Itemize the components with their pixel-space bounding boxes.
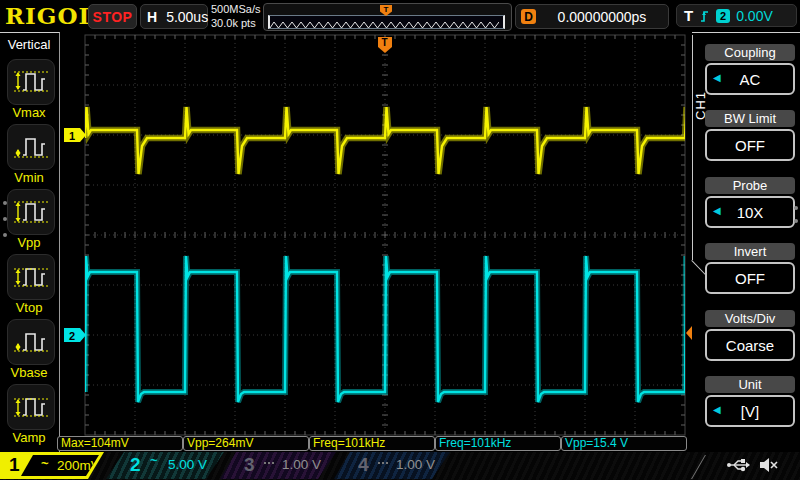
channel-4-scale: 1.00 V bbox=[396, 457, 435, 472]
voltsdiv-value: Coarse bbox=[726, 337, 774, 354]
trigger-position-marker[interactable]: T bbox=[378, 37, 392, 53]
vmax-label: Vmax bbox=[0, 105, 58, 120]
waveform-display: 12TT bbox=[60, 32, 692, 452]
measurement-slot[interactable]: Freq=101kHz bbox=[435, 436, 561, 451]
channel-4-status[interactable]: 4 1.00 V bbox=[334, 452, 450, 479]
menu-page-dot bbox=[794, 219, 798, 223]
ac-coupling-icon: ~ bbox=[150, 453, 158, 468]
vtop-label: Vtop bbox=[0, 300, 58, 315]
svg-text:1: 1 bbox=[69, 130, 75, 142]
ch2-ground-marker[interactable]: 2 bbox=[64, 328, 86, 342]
vbase-icon bbox=[12, 325, 50, 359]
oscilloscope-screen: RIGOL STOP H 5.00us 500MSa/s 30.0k pts T… bbox=[0, 0, 800, 480]
channel-1-scale: 200mV bbox=[57, 458, 100, 473]
memory-depth: 30.0k pts bbox=[211, 16, 261, 30]
vbase-label: Vbase bbox=[0, 365, 58, 380]
channel-2-status[interactable]: 2 ~ 5.00 V bbox=[106, 452, 224, 479]
usb-icon bbox=[726, 458, 750, 472]
probe-value: 10X bbox=[737, 204, 764, 221]
h-scale-value: 5.00us bbox=[166, 9, 208, 25]
delay-value: 0.00000000ps bbox=[536, 9, 668, 25]
vertical-measure-sidebar: Vertical Vmax Vmin Vpp Vtop Vbase Vamp bbox=[0, 32, 60, 452]
measurement-slot[interactable]: Max=104mV bbox=[57, 436, 183, 451]
delay-box[interactable]: D 0.00000000ps bbox=[515, 4, 669, 29]
run-stop-status[interactable]: STOP bbox=[88, 4, 137, 29]
sidebar-page-dot bbox=[3, 217, 7, 221]
measure-button-vamp[interactable] bbox=[7, 384, 55, 430]
delay-badge: D bbox=[521, 9, 536, 24]
measure-button-vtop[interactable] bbox=[7, 254, 55, 300]
sample-rate: 500MSa/s bbox=[211, 2, 261, 16]
horizontal-scale-box[interactable]: H 5.00us bbox=[140, 4, 208, 29]
bwlimit-value: OFF bbox=[735, 137, 765, 154]
menu-item-invert[interactable]: Invert ◀ OFF bbox=[705, 243, 795, 294]
sidebar-title: Vertical bbox=[0, 37, 58, 52]
channel-3-number: 3 bbox=[244, 454, 255, 476]
channel-1-number: 1 bbox=[9, 454, 20, 476]
channel-3-scale: 1.00 V bbox=[282, 457, 321, 472]
svg-text:T: T bbox=[382, 37, 388, 48]
left-arrow-icon: ◀ bbox=[713, 404, 721, 415]
trigger-source-badge: 2 bbox=[716, 9, 730, 23]
channel-status-bar: 1 ~ 200mV 2 ~ 5.00 V 3 1.00 V 4 1.00 V bbox=[0, 452, 800, 480]
waveform-preview-bar[interactable]: T bbox=[263, 3, 512, 31]
menu-item-bwlimit[interactable]: BW Limit ◀ OFF bbox=[705, 110, 795, 161]
measure-button-vbase[interactable] bbox=[7, 319, 55, 365]
measurement-slot[interactable]: Vpp=15.4 V bbox=[561, 436, 687, 451]
svg-text:2: 2 bbox=[69, 330, 75, 342]
sidebar-page-dot bbox=[3, 233, 7, 237]
vmin-icon bbox=[12, 130, 50, 164]
trigger-status-box[interactable]: T 2 0.00V bbox=[676, 4, 797, 27]
acquisition-info: 500MSa/s 30.0k pts bbox=[211, 2, 261, 30]
ch1-trace bbox=[85, 107, 692, 174]
menu-item-probe[interactable]: Probe ◀ 10X bbox=[705, 177, 795, 228]
vamp-label: Vamp bbox=[0, 430, 58, 445]
trigger-level-value: 0.00V bbox=[736, 8, 773, 24]
measure-button-vpp[interactable] bbox=[7, 189, 55, 235]
rigol-logo: RIGOL bbox=[5, 2, 96, 29]
top-status-bar: RIGOL STOP H 5.00us 500MSa/s 30.0k pts T… bbox=[0, 0, 800, 32]
h-label: H bbox=[147, 9, 157, 25]
left-arrow-icon: ◀ bbox=[713, 72, 721, 83]
unit-value: [V] bbox=[741, 403, 759, 420]
vpp-label: Vpp bbox=[0, 235, 58, 250]
channel-1-status[interactable]: 1 ~ 200mV bbox=[0, 452, 106, 479]
menu-item-unit[interactable]: Unit ◀ [V] bbox=[705, 376, 795, 427]
ch1-ground-marker[interactable]: 1 bbox=[64, 128, 86, 142]
channel-4-number: 4 bbox=[358, 454, 369, 476]
speaker-muted-icon bbox=[759, 457, 778, 473]
ch2-trace bbox=[85, 256, 692, 402]
vpp-icon bbox=[12, 195, 50, 229]
trigger-label: T bbox=[684, 7, 693, 24]
menu-page-dot bbox=[794, 206, 798, 210]
sidebar-page-dot bbox=[3, 201, 7, 205]
channel-2-scale: 5.00 V bbox=[168, 457, 207, 472]
vmin-label: Vmin bbox=[0, 170, 58, 185]
vamp-icon bbox=[12, 390, 50, 424]
channel-1-settings: ~ 200mV bbox=[21, 455, 99, 476]
menu-item-voltsdiv[interactable]: Volts/Div ◀ Coarse bbox=[705, 310, 795, 361]
measurement-slot[interactable]: Vpp=264mV bbox=[183, 436, 309, 451]
vmax-icon bbox=[12, 65, 50, 99]
channel-menu: CH1 Coupling ◀ AC BW Limit ◀ OFF Probe ◀… bbox=[692, 32, 800, 452]
dc-coupling-icon bbox=[378, 460, 390, 464]
invert-value: OFF bbox=[735, 270, 765, 287]
left-arrow-icon: ◀ bbox=[713, 205, 721, 216]
menu-item-coupling[interactable]: Coupling ◀ AC bbox=[705, 44, 795, 95]
status-bar-divider bbox=[691, 455, 706, 479]
channel-2-number: 2 bbox=[130, 454, 141, 476]
menu-tab-outline bbox=[692, 35, 693, 260]
measure-button-vmax[interactable] bbox=[7, 59, 55, 105]
coupling-value: AC bbox=[740, 71, 761, 88]
vtop-icon bbox=[12, 260, 50, 294]
preview-window bbox=[268, 15, 505, 29]
preview-waveform bbox=[270, 20, 499, 30]
measure-button-vmin[interactable] bbox=[7, 124, 55, 170]
channel-3-status[interactable]: 3 1.00 V bbox=[220, 452, 336, 479]
rising-edge-icon bbox=[699, 8, 710, 23]
measurement-slot[interactable]: Freq=101kHz bbox=[309, 436, 435, 451]
measurement-bar: Max=104mV Vpp=264mV Freq=101kHz Freq=101… bbox=[57, 436, 687, 451]
menu-tab-outline-diagonal bbox=[691, 260, 706, 275]
ac-coupling-icon: ~ bbox=[41, 456, 49, 471]
run-state-label: STOP bbox=[93, 9, 133, 25]
